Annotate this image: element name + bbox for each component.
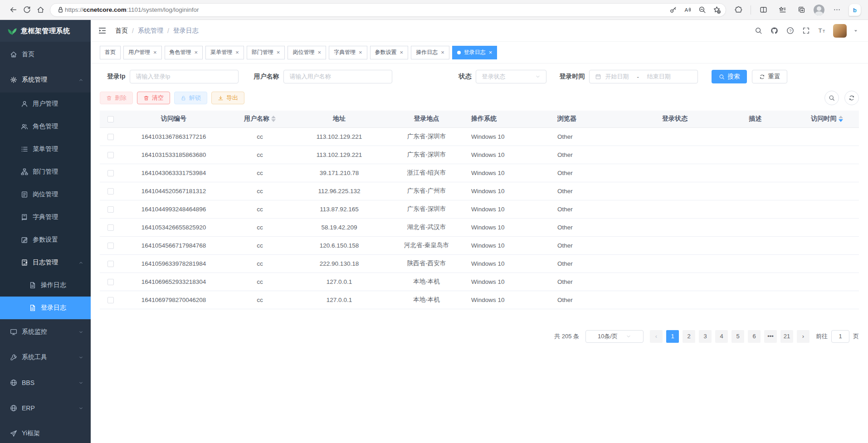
sidebar-item-menu-mgmt[interactable]: 菜单管理 bbox=[0, 138, 91, 161]
sort-caret-icon[interactable] bbox=[271, 116, 276, 122]
tab-登录日志[interactable]: 登录日志× bbox=[452, 46, 497, 59]
clear-button[interactable]: 清空 bbox=[137, 92, 170, 104]
breadcrumb-home[interactable]: 首页 bbox=[115, 27, 128, 35]
sidebar-item-param-config[interactable]: 参数设置 bbox=[0, 229, 91, 251]
page-button-5[interactable]: 5 bbox=[731, 330, 744, 343]
tab-用户管理[interactable]: 用户管理× bbox=[123, 46, 162, 59]
sidebar-collapse-icon[interactable] bbox=[98, 26, 108, 36]
sidebar-item-login-log[interactable]: 登录日志 bbox=[0, 297, 91, 319]
sidebar-item-post-mgmt[interactable]: 岗位管理 bbox=[0, 183, 91, 206]
row-checkbox[interactable] bbox=[107, 170, 114, 176]
tab-菜单管理[interactable]: 菜单管理× bbox=[205, 46, 244, 59]
tab-close-icon[interactable]: × bbox=[359, 49, 362, 55]
row-checkbox[interactable] bbox=[107, 224, 114, 231]
sidebar-item-oper-log[interactable]: 操作日志 bbox=[0, 274, 91, 297]
fullscreen-icon[interactable] bbox=[801, 26, 810, 35]
login-ip-input[interactable]: 请输入登录Ip bbox=[130, 70, 239, 83]
next-page-button[interactable]: › bbox=[797, 330, 809, 343]
page-button-6[interactable]: 6 bbox=[748, 330, 761, 343]
search-button[interactable]: 搜索 bbox=[712, 70, 747, 83]
tab-close-icon[interactable]: × bbox=[235, 49, 239, 55]
sidebar-item-bbs[interactable]: BBS bbox=[0, 370, 91, 395]
favorites-icon[interactable] bbox=[775, 3, 789, 17]
prev-page-button[interactable]: ‹ bbox=[650, 330, 663, 343]
row-checkbox[interactable] bbox=[107, 206, 114, 213]
tab-close-icon[interactable]: × bbox=[195, 49, 198, 55]
row-checkbox[interactable] bbox=[107, 188, 114, 195]
help-icon[interactable]: ? bbox=[785, 26, 795, 35]
more-pages-button[interactable]: ••• bbox=[764, 330, 777, 343]
sort-caret-icon[interactable] bbox=[839, 116, 843, 122]
github-icon[interactable] bbox=[770, 26, 779, 35]
sidebar-item-home[interactable]: 首页 bbox=[0, 42, 91, 67]
unlock-button[interactable]: 解锁 bbox=[174, 92, 207, 104]
page-size-select[interactable]: 10条/页 bbox=[585, 330, 644, 343]
browser-menu-icon[interactable] bbox=[830, 3, 844, 17]
sidebar-item-dict-mgmt[interactable]: 字典管理 bbox=[0, 206, 91, 229]
read-aloud-icon[interactable]: A bbox=[681, 4, 694, 16]
browser-back-button[interactable] bbox=[6, 3, 20, 17]
split-screen-icon[interactable] bbox=[756, 3, 770, 17]
browser-refresh-button[interactable] bbox=[20, 3, 34, 17]
header-search-icon[interactable] bbox=[754, 26, 763, 35]
tab-close-icon[interactable]: × bbox=[400, 49, 404, 55]
password-key-icon[interactable] bbox=[667, 4, 679, 16]
tab-角色管理[interactable]: 角色管理× bbox=[165, 46, 203, 59]
tab-close-icon[interactable]: × bbox=[489, 49, 493, 55]
tab-close-icon[interactable]: × bbox=[153, 49, 157, 55]
user-avatar[interactable] bbox=[833, 24, 847, 38]
sidebar-item-user-mgmt[interactable]: 用户管理 bbox=[0, 92, 91, 115]
user-name-input[interactable]: 请输入用户名称 bbox=[283, 70, 392, 83]
page-button-3[interactable]: 3 bbox=[699, 330, 712, 343]
row-checkbox[interactable] bbox=[107, 243, 114, 249]
row-checkbox[interactable] bbox=[107, 279, 114, 285]
browser-home-button[interactable] bbox=[34, 3, 47, 17]
tab-岗位管理[interactable]: 岗位管理× bbox=[288, 46, 326, 59]
sidebar-item-log-mgmt[interactable]: 日志管理 bbox=[0, 251, 91, 274]
zoom-out-icon[interactable] bbox=[696, 4, 708, 16]
tab-close-icon[interactable]: × bbox=[317, 49, 321, 55]
delete-button[interactable]: 删除 bbox=[100, 92, 133, 104]
avatar-caret-icon[interactable] bbox=[853, 29, 858, 33]
address-bar[interactable]: https://ccnetcore.com:1101/system/log/lo… bbox=[50, 3, 726, 17]
copilot-bing-icon[interactable]: b bbox=[849, 4, 861, 16]
page-button-1[interactable]: 1 bbox=[666, 330, 679, 343]
row-checkbox[interactable] bbox=[107, 152, 114, 158]
extensions-icon[interactable] bbox=[731, 3, 745, 17]
row-checkbox[interactable] bbox=[107, 261, 114, 267]
browser-profile-avatar[interactable] bbox=[814, 5, 824, 15]
goto-page-input[interactable]: 1 bbox=[831, 330, 849, 343]
column-header-用户名称[interactable]: 用户名称 bbox=[226, 111, 294, 127]
select-all-checkbox[interactable] bbox=[107, 116, 114, 122]
tab-操作日志[interactable]: 操作日志× bbox=[411, 46, 449, 59]
tab-首页[interactable]: 首页 bbox=[100, 46, 121, 59]
collections-icon[interactable] bbox=[795, 3, 808, 17]
login-time-range-picker[interactable]: 开始日期 - 结束日期 bbox=[589, 70, 698, 83]
page-button-4[interactable]: 4 bbox=[715, 330, 728, 343]
export-button[interactable]: 导出 bbox=[211, 92, 244, 104]
sidebar-item-sys-tools[interactable]: 系统工具 bbox=[0, 345, 91, 370]
tab-close-icon[interactable]: × bbox=[277, 49, 280, 55]
row-checkbox[interactable] bbox=[107, 297, 114, 303]
toggle-search-button[interactable] bbox=[824, 91, 839, 105]
tab-参数设置[interactable]: 参数设置× bbox=[370, 46, 409, 59]
tab-字典管理[interactable]: 字典管理× bbox=[329, 46, 367, 59]
font-size-icon[interactable]: TT bbox=[817, 26, 826, 35]
add-favorite-icon[interactable] bbox=[710, 4, 723, 16]
sidebar-item-dept-mgmt[interactable]: 部门管理 bbox=[0, 161, 91, 183]
refresh-table-button[interactable] bbox=[844, 91, 859, 105]
status-select[interactable]: 登录状态 bbox=[476, 70, 546, 83]
sidebar-item-role-mgmt[interactable]: 角色管理 bbox=[0, 115, 91, 138]
reset-button[interactable]: 重置 bbox=[752, 70, 787, 83]
breadcrumb-section[interactable]: 系统管理 bbox=[138, 27, 163, 35]
sidebar-item-sys-monitor[interactable]: 系统监控 bbox=[0, 319, 91, 345]
sidebar-item-system-mgmt[interactable]: 系统管理 bbox=[0, 67, 91, 92]
row-checkbox[interactable] bbox=[107, 134, 114, 140]
tab-部门管理[interactable]: 部门管理× bbox=[247, 46, 285, 59]
column-header-访问时间[interactable]: 访问时间 bbox=[795, 111, 859, 127]
page-button-21[interactable]: 21 bbox=[780, 330, 793, 343]
tab-close-icon[interactable]: × bbox=[441, 49, 444, 55]
sidebar-item-yi-frame[interactable]: Yi框架 bbox=[0, 421, 91, 443]
page-button-2[interactable]: 2 bbox=[683, 330, 695, 343]
sidebar-item-erp[interactable]: ERP bbox=[0, 395, 91, 421]
